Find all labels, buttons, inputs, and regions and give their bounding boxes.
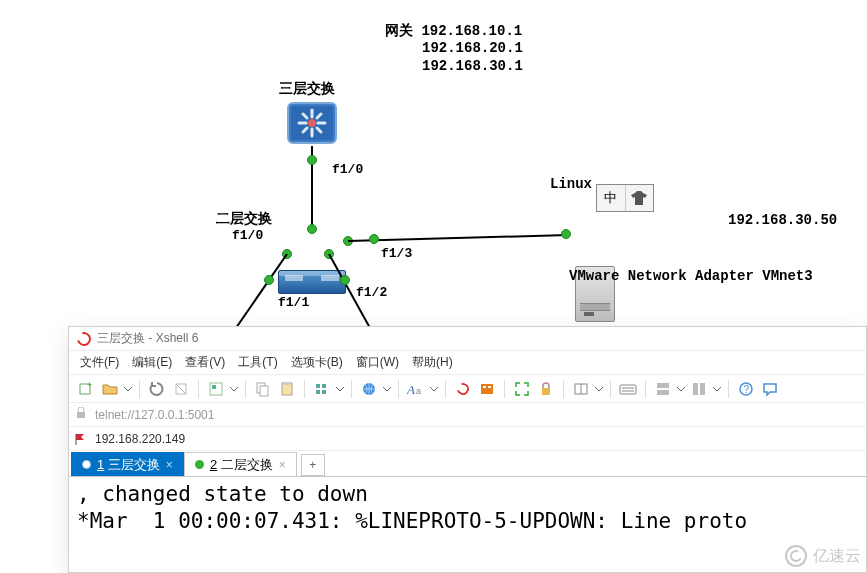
separator <box>504 380 505 398</box>
svg-text:A: A <box>407 382 415 397</box>
svg-rect-38 <box>657 383 669 388</box>
separator <box>645 380 646 398</box>
svg-rect-19 <box>260 386 268 396</box>
watermark-icon <box>785 545 807 567</box>
tab-2[interactable]: 2 二层交换 × <box>184 452 297 476</box>
address-input[interactable]: telnet://127.0.0.1:5001 <box>95 408 214 422</box>
session-bar: 192.168.220.149 <box>69 427 866 451</box>
menu-tabs[interactable]: 选项卡(B) <box>286 352 348 373</box>
help-button[interactable]: ? <box>735 378 757 400</box>
svg-rect-22 <box>316 384 320 388</box>
lock-button[interactable] <box>535 378 557 400</box>
port-dot <box>369 234 379 244</box>
close-icon[interactable]: × <box>166 458 173 472</box>
open-folder-button[interactable] <box>99 378 121 400</box>
l3-switch-device[interactable] <box>287 102 337 144</box>
network-diagram: 网关 192.168.10.1 192.168.20.1 192.168.30.… <box>0 0 867 326</box>
xftp-button[interactable] <box>476 378 498 400</box>
port-dot <box>307 155 317 165</box>
ime-lang[interactable]: 中 <box>597 185 626 211</box>
svg-line-9 <box>236 254 287 328</box>
server-label: Linux <box>550 176 592 192</box>
reconnect-button[interactable] <box>146 378 168 400</box>
tshirt-icon[interactable] <box>626 185 654 211</box>
separator <box>610 380 611 398</box>
l3-switch-label: 三层交换 <box>279 80 335 98</box>
tile-v-button[interactable] <box>688 378 710 400</box>
chevron-down-icon[interactable] <box>712 378 722 400</box>
layout-button[interactable] <box>570 378 592 400</box>
find-button[interactable] <box>311 378 333 400</box>
tab-strip: 1 三层交换 × 2 二层交换 × + <box>69 451 866 477</box>
server-adapter: VMware Network Adapter VMnet3 <box>569 268 813 284</box>
chevron-down-icon[interactable] <box>382 378 392 400</box>
separator <box>198 380 199 398</box>
svg-rect-23 <box>316 390 320 394</box>
svg-rect-31 <box>488 386 491 388</box>
svg-rect-29 <box>481 384 493 394</box>
close-icon[interactable]: × <box>279 458 286 472</box>
chevron-down-icon[interactable] <box>229 378 239 400</box>
gateway-ip-3: 192.168.30.1 <box>422 58 523 74</box>
separator <box>563 380 564 398</box>
globe-button[interactable] <box>358 378 380 400</box>
paste-button[interactable] <box>276 378 298 400</box>
xshell-logo-button[interactable] <box>452 378 474 400</box>
separator <box>398 380 399 398</box>
session-ip[interactable]: 192.168.220.149 <box>95 432 185 446</box>
menu-window[interactable]: 窗口(W) <box>351 352 404 373</box>
chevron-down-icon[interactable] <box>335 378 345 400</box>
copy-button[interactable] <box>252 378 274 400</box>
svg-line-11 <box>348 235 568 241</box>
tab-label: 三层交换 <box>108 457 160 472</box>
lock-icon <box>75 407 87 422</box>
svg-line-15 <box>176 384 186 394</box>
separator <box>304 380 305 398</box>
tab-index: 1 <box>97 457 104 472</box>
disconnect-button[interactable] <box>170 378 192 400</box>
menu-file[interactable]: 文件(F) <box>75 352 124 373</box>
fullscreen-button[interactable] <box>511 378 533 400</box>
tile-h-button[interactable] <box>652 378 674 400</box>
svg-rect-39 <box>657 390 669 395</box>
svg-rect-17 <box>212 385 216 389</box>
chevron-down-icon[interactable] <box>594 378 604 400</box>
chevron-down-icon[interactable] <box>429 378 439 400</box>
add-tab-button[interactable]: + <box>301 454 325 476</box>
port-dot <box>264 275 274 285</box>
port-dot <box>340 275 350 285</box>
tab-1[interactable]: 1 三层交换 × <box>71 452 184 476</box>
properties-button[interactable] <box>205 378 227 400</box>
port-label-l2-left: f1/1 <box>278 295 309 310</box>
separator <box>445 380 446 398</box>
port-label-l3: f1/0 <box>332 162 363 177</box>
ime-toolbar[interactable]: 中 <box>596 184 654 212</box>
menu-edit[interactable]: 编辑(E) <box>127 352 177 373</box>
menu-tools[interactable]: 工具(T) <box>233 352 282 373</box>
svg-rect-44 <box>77 412 85 418</box>
watermark-text: 亿速云 <box>813 546 861 567</box>
titlebar[interactable]: 三层交换 - Xshell 6 <box>69 327 866 351</box>
new-session-button[interactable]: + <box>75 378 97 400</box>
terminal-output[interactable]: , changed state to down *Mar 1 00:00:07.… <box>69 477 866 540</box>
svg-rect-35 <box>620 385 636 394</box>
svg-text:?: ? <box>744 384 750 395</box>
chevron-down-icon[interactable] <box>123 378 133 400</box>
keyboard-button[interactable] <box>617 378 639 400</box>
address-bar: telnet://127.0.0.1:5001 <box>69 403 866 427</box>
svg-rect-32 <box>542 388 550 395</box>
menu-view[interactable]: 查看(V) <box>180 352 230 373</box>
svg-rect-41 <box>700 383 705 395</box>
chevron-down-icon[interactable] <box>676 378 686 400</box>
svg-rect-40 <box>693 383 698 395</box>
bookmark-flag-icon[interactable] <box>75 433 87 445</box>
status-dot-icon <box>82 460 91 469</box>
terminal-line: *Mar 1 00:00:07.431: %LINEPROTO-5-UPDOWN… <box>77 509 747 533</box>
chat-button[interactable] <box>759 378 781 400</box>
app-icon <box>74 329 93 348</box>
svg-rect-24 <box>322 384 326 388</box>
terminal-line: , changed state to down <box>77 482 368 506</box>
menu-help[interactable]: 帮助(H) <box>407 352 458 373</box>
font-button[interactable]: Aa <box>405 378 427 400</box>
svg-line-6 <box>317 114 321 118</box>
